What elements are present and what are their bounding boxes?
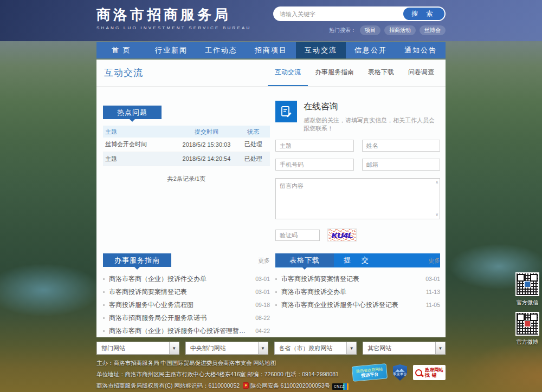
list-item[interactable]: 商洛市客商企业投诉服务中心投诉登记表 11-05 <box>275 298 440 311</box>
main-nav: 首 页 行业新闻 工作动态 招商项目 互动交流 信息公开 通知公告 <box>96 42 446 58</box>
tab-survey[interactable]: 问卷调查 <box>401 60 441 86</box>
chevron-down-icon: ▼ <box>169 342 179 354</box>
hot-tag-expo[interactable]: 丝博会 <box>420 25 446 35</box>
select-central-sites[interactable]: 中央部门网站 ▼ <box>185 342 268 355</box>
wechat-qr-code[interactable] <box>515 272 539 296</box>
wechat-icon <box>524 281 531 288</box>
page-background: 商洛市招商服务局 SHANG LUO INVESTMENT SERVICE BU… <box>0 0 542 392</box>
bullet-icon <box>103 330 105 332</box>
service-guide-section: 办事服务指南 更多 商洛市客商（企业）投诉件交办单 03-01 市客商投诉简要案… <box>103 253 270 337</box>
message-field[interactable] <box>275 178 440 219</box>
site-subtitle: SHANG LUO INVESTMENT SERVICE BUREAU <box>96 25 251 30</box>
hot-tag-project[interactable]: 项目 <box>360 25 380 35</box>
tab-form-download[interactable]: 表格下载 <box>361 60 401 86</box>
chevron-down-icon: ▼ <box>346 342 356 354</box>
footer-copyright-line: 商洛市招商服务局版权所有(C) 网站标识码：6110000052陕公网安备 61… <box>96 380 446 391</box>
list-item[interactable]: 客商投诉服务中心业务流程图 09-18 <box>103 298 270 311</box>
topic-subject[interactable]: 主题 <box>103 152 177 166</box>
public-institution-shield-icon[interactable]: 事业单位 <box>393 364 407 381</box>
tab-interaction[interactable]: 互动交流 <box>268 60 308 86</box>
gov-site-error-report-badge[interactable]: 政府网站 找错 <box>413 365 446 380</box>
bullet-icon <box>103 304 105 306</box>
hot-topics-heading: 热点问题 <box>103 106 162 119</box>
col-header-time: 提交时间 <box>177 126 237 138</box>
bullet-icon <box>275 278 277 280</box>
site-footer: 主办：商洛市招商服务局 中国国际贸易促进委员会商洛市支会 网站地图 单位地址：商… <box>0 357 542 391</box>
nav-item-notices[interactable]: 通知公告 <box>396 42 446 58</box>
bullet-icon <box>275 291 277 293</box>
topic-subject[interactable]: 丝博会开会时间 <box>103 138 177 152</box>
table-row[interactable]: 主题 2018/5/2 14:20:54 已处理 <box>103 152 270 166</box>
magnifier-icon <box>415 369 422 376</box>
topic-time: 2018/5/2 14:20:54 <box>177 152 237 166</box>
weibo-qr-code[interactable] <box>515 312 539 336</box>
page-title: 互动交流 <box>96 60 143 86</box>
search-button[interactable]: 搜 索 <box>403 8 444 20</box>
col-header-subject: 主题 <box>103 126 177 138</box>
list-item[interactable]: 市客商投诉简要案情登记表 03-01 <box>275 272 440 285</box>
topic-status: 已处理 <box>236 138 270 152</box>
topic-status: 已处理 <box>236 152 270 166</box>
table-row[interactable]: 丝博会开会时间 2018/5/2 15:30:03 已处理 <box>103 138 270 152</box>
service-guide-heading: 办事服务指南 <box>103 253 171 267</box>
national-emblem-icon <box>243 382 249 389</box>
form-download-heading: 表格下载 <box>275 253 334 267</box>
list-item[interactable]: 商洛市招商服务局公开服务承诺书 08-22 <box>103 311 270 324</box>
captcha-image[interactable]: KU4L <box>327 228 357 241</box>
sitemap-link[interactable]: 网站地图 <box>253 360 276 366</box>
col-header-status: 状态 <box>236 126 270 138</box>
hot-search-label: 热门搜索： <box>329 27 356 34</box>
site-logo[interactable]: 商洛市招商服务局 SHANG LUO INVESTMENT SERVICE BU… <box>96 6 251 35</box>
complaint-platform-badge[interactable]: 陕西省政府网站 投诉平台 <box>352 363 388 381</box>
select-provincial-sites[interactable]: 各省（市）政府网站 ▼ <box>274 342 357 355</box>
service-guide-more-link[interactable]: 更多 <box>258 257 270 265</box>
captcha-text: KU4L <box>331 231 352 240</box>
chevron-down-icon: ▼ <box>258 342 268 354</box>
subject-field[interactable] <box>275 140 354 152</box>
select-other-sites[interactable]: 其它网站 ▼ <box>363 342 446 355</box>
pagination-info: 共2条记录/1页 <box>103 175 270 183</box>
nav-item-work-updates[interactable]: 工作动态 <box>196 42 246 58</box>
search-bar: 搜 索 <box>273 6 446 21</box>
topic-time: 2018/5/2 15:30:03 <box>177 138 237 152</box>
select-department-sites[interactable]: 部门网站 ▼ <box>96 342 179 355</box>
nav-item-industry-news[interactable]: 行业新闻 <box>146 42 196 58</box>
name-field[interactable] <box>362 140 441 152</box>
nav-item-info-disclosure[interactable]: 信息公开 <box>346 42 396 58</box>
chevron-down-icon: ▼ <box>435 342 445 354</box>
friend-link-selects: 部门网站 ▼ 中央部门网站 ▼ 各省（市）政府网站 ▼ 其它网站 ▼ <box>96 342 446 355</box>
list-item[interactable]: 商洛市客商（企业）投诉件交办单 03-01 <box>103 272 270 285</box>
phone-field[interactable] <box>275 159 354 171</box>
consult-subtitle: 感谢您的关注，请填写真实信息，相关工作人员会跟您联系！ <box>304 116 440 133</box>
online-consult-section: 在线咨询 感谢您的关注，请填写真实信息，相关工作人员会跟您联系！ ∧ ∨ <box>275 101 440 267</box>
bullet-icon <box>275 304 277 306</box>
list-item[interactable]: 市客商投诉简要案情登记表 03-01 <box>103 285 270 298</box>
form-download-more-link[interactable]: 更多 <box>428 257 440 265</box>
beian-link[interactable]: 陕公网安备 61100202000053号 <box>250 382 330 389</box>
hot-topics-table: 主题 提交时间 状态 丝博会开会时间 2018/5/2 15:30:03 已处理… <box>103 126 270 166</box>
hot-tag-activity[interactable]: 招商活动 <box>384 25 416 35</box>
email-field[interactable] <box>362 159 441 171</box>
section-tabs: 互动交流 办事服务指南 表格下载 问卷调查 <box>268 60 446 86</box>
wechat-qr-label: 官方微信 <box>514 299 541 306</box>
site-header: 商洛市招商服务局 SHANG LUO INVESTMENT SERVICE BU… <box>0 0 542 41</box>
captcha-field[interactable] <box>275 230 320 241</box>
form-download-section: 表格下载 更多 市客商投诉简要案情登记表 03-01 商洛市客商投诉交办单 11… <box>275 253 440 311</box>
nav-item-investment-projects[interactable]: 招商项目 <box>246 42 296 58</box>
list-item[interactable]: 商洛市客商投诉交办单 11-13 <box>275 285 440 298</box>
weibo-qr-label: 官方微博 <box>514 338 541 346</box>
search-input[interactable] <box>274 8 403 20</box>
content-panel: 互动交流 互动交流 办事服务指南 表格下载 问卷调查 热点问题 主题 提交时间 <box>96 60 446 337</box>
list-item[interactable]: 商洛市客商（企业）投诉服务中心投诉管理暂行规 04-22 <box>103 324 270 337</box>
social-qr-panel: 官方微信 官方微博 <box>514 272 541 351</box>
tab-service-guide[interactable]: 办事服务指南 <box>308 60 361 86</box>
consult-doc-pencil-icon <box>275 101 297 122</box>
bullet-icon <box>103 278 105 280</box>
nav-item-home[interactable]: 首 页 <box>96 42 146 58</box>
hot-topics-section: 热点问题 主题 提交时间 状态 丝博会开会时间 2018/5/2 15:30:0… <box>103 106 270 183</box>
bullet-icon <box>103 317 105 319</box>
consult-title: 在线咨询 <box>304 101 440 113</box>
site-stats-badge[interactable]: CNZZ <box>332 383 349 390</box>
site-title: 商洛市招商服务局 <box>96 6 251 23</box>
nav-item-interaction[interactable]: 互动交流 <box>296 42 346 58</box>
